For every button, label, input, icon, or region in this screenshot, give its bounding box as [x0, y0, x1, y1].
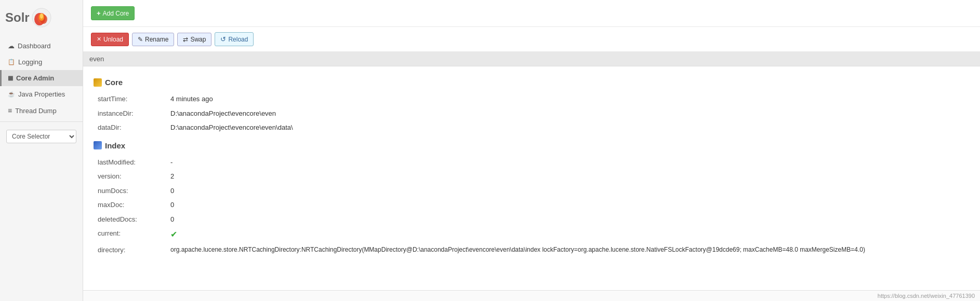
field-key: deletedDocs: [94, 212, 166, 227]
core-name: even [89, 55, 104, 63]
cloud-icon: ☁ [8, 42, 15, 50]
rename-button[interactable]: ✎ Rename [132, 33, 174, 46]
field-value: 0 [166, 184, 970, 198]
current-checkmark: ✔ [166, 226, 970, 243]
sidebar-item-core-admin[interactable]: ▦ Core Admin [0, 70, 83, 86]
table-row: maxDoc: 0 [94, 198, 970, 212]
core-details-panel: Core startTime: 4 minutes ago instanceDi… [83, 66, 980, 290]
table-row: directory: org.apache.lucene.store.NRTCa… [94, 243, 970, 257]
reload-icon: ↺ [220, 35, 226, 43]
table-row: numDocs: 0 [94, 184, 970, 198]
thread-icon: ≡ [8, 106, 12, 115]
unload-button[interactable]: ✕ Unload [91, 33, 129, 46]
core-section-icon [94, 78, 102, 87]
reload-button[interactable]: ↺ Reload [215, 32, 254, 46]
table-row: startTime: 4 minutes ago [94, 92, 970, 106]
log-icon: 📋 [8, 59, 15, 65]
core-action-toolbar: ✕ Unload ✎ Rename ⇄ Swap ↺ Reload [83, 27, 980, 52]
field-key: instanceDir: [94, 106, 166, 121]
field-value: 0 [166, 198, 970, 212]
field-key: version: [94, 169, 166, 184]
sidebar-divider [0, 121, 83, 122]
swap-icon: ⇄ [183, 36, 188, 43]
field-value: D:\anacondaProject\evencore\even [166, 106, 970, 121]
index-section-icon [94, 141, 102, 149]
field-key: dataDir: [94, 120, 166, 135]
swap-button[interactable]: ⇄ Swap [177, 33, 211, 46]
rename-icon: ✎ [138, 36, 143, 43]
sidebar-item-java-properties[interactable]: ☕ Java Properties [0, 86, 83, 102]
table-row: lastModified: - [94, 155, 970, 170]
field-key: lastModified: [94, 155, 166, 170]
add-icon: + [97, 9, 101, 17]
sidebar-item-logging[interactable]: 📋 Logging [0, 54, 83, 70]
core-info-table: startTime: 4 minutes ago instanceDir: D:… [94, 92, 970, 135]
field-value: 0 [166, 212, 970, 227]
index-info-table: lastModified: - version: 2 numDocs: 0 ma… [94, 155, 970, 257]
core-name-bar: even [83, 52, 980, 66]
grid-icon: ▦ [8, 75, 13, 81]
field-key: startTime: [94, 92, 166, 106]
sidebar-item-thread-dump[interactable]: ≡ Thread Dump [0, 102, 83, 119]
status-bar: https://blog.csdn.net/weixin_47761390 [83, 290, 980, 301]
field-value-directory: org.apache.lucene.store.NRTCachingDirect… [166, 243, 970, 257]
field-key: directory: [94, 243, 166, 257]
core-selector[interactable]: Core Selector [6, 130, 76, 143]
table-row: deletedDocs: 0 [94, 212, 970, 227]
sidebar-item-dashboard[interactable]: ☁ Dashboard [0, 38, 83, 54]
table-row: version: 2 [94, 169, 970, 184]
field-key: current: [94, 226, 166, 243]
svg-point-5 [40, 13, 43, 19]
unload-icon: ✕ [97, 36, 101, 43]
field-value: 2 [166, 169, 970, 184]
table-row: dataDir: D:\anacondaProject\evencore\eve… [94, 120, 970, 135]
core-selector-container: Core Selector [0, 125, 83, 148]
status-text: https://blog.csdn.net/weixin_47761390 [878, 293, 975, 299]
logo: Solr [0, 0, 83, 38]
toolbar: + Add Core [83, 0, 980, 27]
field-value: 4 minutes ago [166, 92, 970, 106]
add-core-button[interactable]: + Add Core [91, 6, 135, 20]
table-row: current: ✔ [94, 226, 970, 243]
field-value: - [166, 155, 970, 170]
sidebar: Solr ☁ Dashboard 📋 Logging ▦ Core Admin [0, 0, 83, 301]
index-section-header: Index [94, 141, 970, 150]
logo-text: Solr [5, 10, 30, 25]
table-row: instanceDir: D:\anacondaProject\evencore… [94, 106, 970, 121]
field-key: maxDoc: [94, 198, 166, 212]
field-key: numDocs: [94, 184, 166, 198]
field-value: D:\anacondaProject\evencore\even\data\ [166, 120, 970, 135]
core-section-header: Core [94, 78, 970, 87]
main-content: + Add Core ✕ Unload ✎ Rename ⇄ Swap ↺ Re… [83, 0, 980, 301]
solr-logo-icon [32, 8, 51, 28]
java-icon: ☕ [8, 91, 15, 98]
